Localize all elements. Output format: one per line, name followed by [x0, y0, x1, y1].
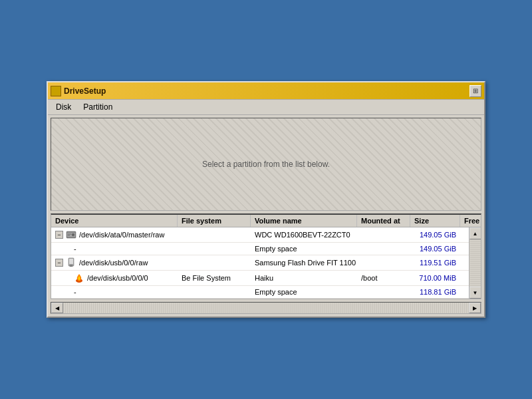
row-3-size: 710.00 MiB: [410, 272, 460, 284]
row-2-volume: Samsung Flash Drive FIT 1100: [251, 257, 357, 269]
svg-rect-8: [70, 264, 72, 265]
row-1-volume: Empty space: [251, 243, 357, 255]
svg-rect-9: [70, 265, 73, 267]
col-device: Device: [51, 215, 178, 227]
col-mounted: Mounted at: [357, 215, 410, 227]
scroll-track-vertical: [470, 239, 481, 287]
horizontal-scrollbar[interactable]: ◀ ▶: [51, 302, 481, 314]
row-0-size: 149.05 GiB: [410, 229, 460, 241]
row-4-volume: Empty space: [251, 286, 357, 298]
titlebar: DriveSetup ⊞: [48, 82, 484, 100]
table-row[interactable]: − /dev/disk/usb/0/0/raw Sams: [51, 255, 469, 271]
scroll-up-button[interactable]: ▲: [469, 227, 481, 239]
expand-btn-2[interactable]: −: [55, 259, 63, 267]
row-2-device: − /dev/disk/usb/0/0/raw: [51, 255, 178, 270]
row-1-device-label: -: [74, 245, 76, 253]
row-4-mounted: [357, 290, 410, 294]
row-0-device-path: /dev/disk/ata/0/master/raw: [79, 231, 164, 239]
row-3-volume: Haiku: [251, 272, 357, 284]
col-volume: Volume name: [251, 215, 357, 227]
row-3-device-path: /dev/disk/usb/0/0/0: [87, 274, 148, 282]
row-2-size: 119.51 GiB: [410, 257, 460, 269]
row-1-device: -: [51, 243, 178, 255]
table-row[interactable]: /dev/disk/usb/0/0/0 Be File System Haiku…: [51, 271, 469, 286]
row-2-free: [460, 261, 469, 265]
row-4-filesystem: [178, 290, 251, 294]
scroll-down-button[interactable]: ▼: [469, 287, 481, 299]
row-2-device-path: /dev/disk/usb/0/0/raw: [79, 259, 148, 267]
row-4-size: 118.81 GiB: [410, 286, 460, 298]
row-1-mounted: [357, 247, 410, 251]
row-3-filesystem: Be File System: [178, 272, 251, 284]
row-1-free: [460, 247, 469, 251]
row-3-mounted: /boot: [357, 272, 410, 284]
scroll-right-button[interactable]: ▶: [469, 303, 481, 313]
row-4-device: -: [51, 286, 178, 298]
partition-display: Select a partition from the list below.: [51, 118, 481, 211]
vertical-scrollbar[interactable]: ▲ ▼: [469, 227, 481, 299]
col-free: Free space: [460, 215, 481, 227]
row-1-size: 149.05 GiB: [410, 243, 460, 255]
table-row[interactable]: − /dev/disk/ata/0/master/raw: [51, 227, 469, 243]
main-window: DriveSetup ⊞ Disk Partition Select a par…: [47, 81, 485, 318]
table-body[interactable]: − /dev/disk/ata/0/master/raw: [51, 227, 469, 299]
row-0-device: − /dev/disk/ata/0/master/raw: [51, 227, 178, 242]
scroll-left-button[interactable]: ◀: [51, 303, 63, 313]
table-body-wrapper: − /dev/disk/ata/0/master/raw: [51, 227, 481, 299]
partition-placeholder: Select a partition from the list below.: [202, 160, 330, 169]
table-row[interactable]: - Empty space 118.81 GiB: [51, 286, 469, 299]
row-1-filesystem: [178, 247, 251, 251]
row-2-filesystem: [178, 261, 251, 265]
hdd-icon: [66, 229, 76, 240]
row-3-device: /dev/disk/usb/0/0/0: [51, 271, 178, 285]
table-row[interactable]: - Empty space 149.05 GiB: [51, 243, 469, 255]
menu-disk[interactable]: Disk: [51, 101, 76, 113]
table-header: Device File system Volume name Mounted a…: [51, 215, 481, 227]
row-0-volume: WDC WD1600BEVT-22ZCT0: [251, 229, 357, 241]
svg-point-3: [72, 234, 74, 235]
titlebar-left: DriveSetup: [51, 86, 106, 96]
row-3-free: 112.58 MiB: [460, 272, 469, 284]
haiku-icon: [74, 273, 84, 283]
col-filesystem: File system: [178, 215, 251, 227]
row-2-mounted: [357, 261, 410, 265]
svg-rect-4: [68, 234, 72, 235]
menubar: Disk Partition: [48, 100, 484, 115]
col-size: Size: [410, 215, 460, 227]
app-icon: [51, 86, 61, 96]
expand-btn-0[interactable]: −: [55, 231, 63, 239]
svg-rect-7: [69, 259, 73, 264]
window-title: DriveSetup: [64, 86, 106, 96]
usb-icon: [66, 257, 76, 268]
row-4-device-label: -: [74, 288, 76, 296]
titlebar-button[interactable]: ⊞: [469, 85, 481, 97]
row-0-mounted: [357, 233, 410, 237]
row-4-free: [460, 290, 469, 294]
svg-rect-5: [68, 235, 70, 236]
scroll-track-horizontal: [63, 303, 469, 313]
menu-partition[interactable]: Partition: [78, 101, 118, 113]
row-0-free: [460, 233, 469, 237]
drive-table: Device File system Volume name Mounted a…: [51, 213, 481, 299]
row-0-filesystem: [178, 233, 251, 237]
